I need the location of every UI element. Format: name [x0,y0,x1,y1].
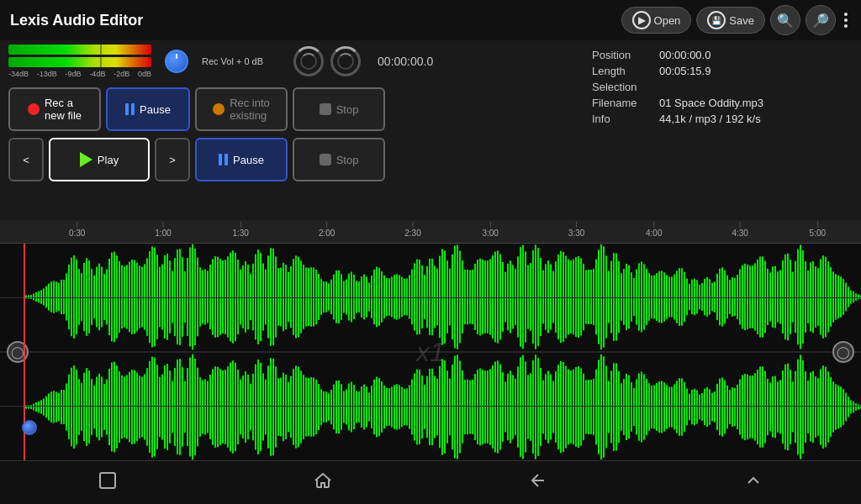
save-icon: 💾 [707,11,726,29]
header: Lexis Audio Editor ▶ Open 💾 Save 🔍 🔎 [0,0,861,40]
next-button[interactable]: > [155,138,190,181]
square-nav-button[interactable] [81,464,135,502]
menu-dot [844,13,848,16]
pause-rec-button[interactable]: Pause [106,87,190,131]
prev-button[interactable]: < [8,138,44,181]
rec-vol-label: Rec Vol + 0 dB [202,56,263,66]
waveform-container[interactable]: 0:30 1:00 1:30 2:00 2:30 3:00 3:30 4:00 … [0,220,861,460]
level-meter: -34dB -13dB -9dB -4dB -2dB 0dB [8,45,151,78]
zoom-button[interactable]: 🔎 [806,5,836,35]
zoom-icon: 🔎 [812,13,829,29]
header-controls: ▶ Open 💾 Save 🔍 🔎 [621,5,851,35]
ruler-mark-500: 5:00 [810,220,826,238]
pause-play-icon [219,154,228,165]
menu-dot [844,24,848,28]
menu-button[interactable] [841,9,851,31]
length-row: Length 00:05:15.9 [592,65,844,77]
ruler-mark-100: 1:00 [155,220,171,238]
meter-bar-top [8,45,151,55]
play-button[interactable]: Play [49,138,150,181]
time-display: 00:00:00.0 [378,55,433,68]
spinner-right [330,46,361,76]
meter-labels: -34dB -13dB -9dB -4dB -2dB 0dB [8,70,151,78]
home-nav-button[interactable] [296,464,350,502]
waveform-pin-left[interactable]: ◯ [7,341,29,363]
search-icon: 🔍 [777,13,794,29]
waveform-visualization[interactable] [0,244,861,460]
progress-dot[interactable] [22,420,37,435]
save-button[interactable]: 💾 Save [696,7,765,34]
stop-play-button[interactable]: Stop [293,138,385,181]
open-button[interactable]: ▶ Open [621,7,692,34]
play-icon [80,152,92,167]
ruler-mark-430: 4:30 [732,220,747,238]
ruler-mark-030: 0:30 [69,220,85,238]
app-title: Lexis Audio Editor [10,12,143,29]
menu-dot [844,18,848,22]
svg-rect-0 [100,473,115,488]
open-icon: ▶ [632,11,651,29]
rec-into-existing-button[interactable]: Rec into existing [195,87,288,131]
waveform-canvas[interactable]: ◯ ◯ x1 [0,244,861,460]
spinner-left [293,46,324,76]
waveform-pin-right[interactable]: ◯ [832,341,854,363]
transport-play-area: < Play > Pause Stop [0,136,861,186]
rec-existing-dot-icon [213,103,224,115]
up-nav-button[interactable] [726,464,780,502]
search-button[interactable]: 🔍 [770,5,800,35]
info-panel: Position 00:00:00.0 Length 00:05:15.9 Se… [575,40,861,137]
stop-rec-button[interactable]: Stop [293,87,385,131]
ruler-mark-400: 4:00 [646,220,662,238]
ruler-mark-330: 3:30 [568,220,584,238]
spinner-area [293,46,361,76]
stop-rec-icon [320,103,331,115]
ruler-mark-200: 2:00 [319,220,335,238]
selection-row: Selection [592,81,844,93]
bottom-nav [0,460,861,504]
ruler-mark-130: 1:30 [232,220,248,238]
ruler-mark-230: 2:30 [404,220,420,238]
pin-right-icon: ◯ [832,341,854,363]
back-nav-button[interactable] [511,464,565,502]
filename-row: Filename 01 Space Oddity.mp3 [592,97,844,109]
pause-play-button[interactable]: Pause [195,138,288,181]
ruler-mark-300: 3:00 [482,220,498,238]
rec-new-file-button[interactable]: Rec a new file [8,87,101,131]
position-row: Position 00:00:00.0 [592,49,844,61]
waveform-ruler: 0:30 1:00 1:30 2:00 2:30 3:00 3:30 4:00 … [0,220,861,244]
rec-dot-icon [28,103,40,115]
pause-rec-icon [125,103,135,115]
vol-knob[interactable] [165,50,188,73]
info-row: Info 44,1k / mp3 / 192 k/s [592,113,844,125]
pin-left-icon: ◯ [7,341,29,363]
meter-bar-bottom [8,57,151,67]
stop-play-icon [320,154,331,165]
